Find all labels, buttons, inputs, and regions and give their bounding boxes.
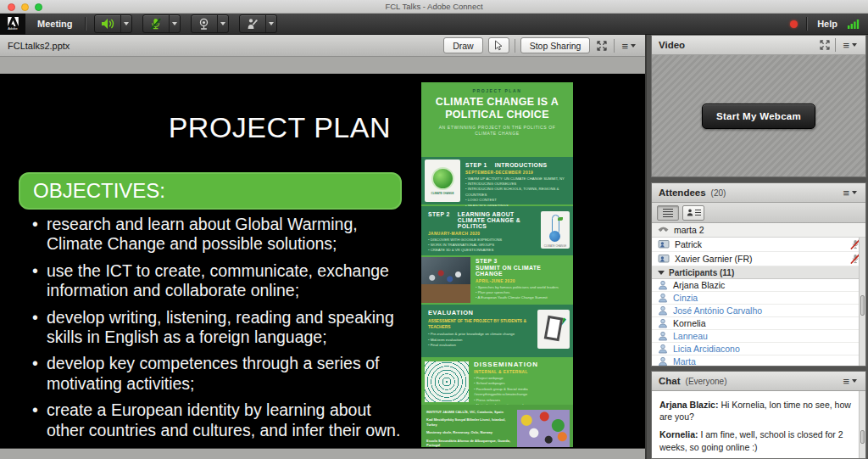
step1-label: STEP 1: [465, 162, 487, 168]
chevron-down-icon: [220, 22, 225, 25]
raise-hand-icon: [246, 18, 259, 30]
video-pod-body: Start My Webcam: [652, 55, 865, 176]
attendee-row-host[interactable]: Patrick: [652, 238, 865, 252]
chat-scope: (Everyone): [686, 377, 727, 386]
toolbar-divider: [835, 38, 836, 52]
school-entry: INSTITUT JAUME CALLÍS, VIC, Catalonia, S…: [426, 410, 516, 414]
person-icon: [658, 318, 668, 328]
slide-bullet-list: research and learn about Global Warming,…: [31, 215, 412, 447]
phone-icon: [658, 226, 669, 235]
menubar-divider: [806, 17, 807, 31]
fullscreen-icon[interactable]: [820, 40, 830, 50]
draw-button[interactable]: Draw: [443, 37, 483, 53]
chevron-down-icon: [124, 22, 129, 25]
video-pod-menu-button[interactable]: [841, 37, 859, 53]
evaluation-title: EVALUATION: [428, 309, 534, 316]
person-icon: [658, 293, 668, 303]
raise-hand-button[interactable]: [240, 15, 265, 32]
speaker-dropdown[interactable]: [120, 15, 131, 32]
attendees-pod: Attendees (20): [651, 182, 866, 367]
speaker-button-group: [94, 14, 132, 33]
start-webcam-button[interactable]: Start My Webcam: [702, 104, 815, 129]
dissemination-subtitle: INTERNAL & EXTERNAL: [474, 370, 570, 374]
fullscreen-button[interactable]: [595, 41, 609, 51]
meeting-menu[interactable]: Meeting: [25, 19, 85, 29]
attendee-row[interactable]: Licia Arcidiacono: [652, 343, 865, 355]
toolbar-divider: [614, 39, 615, 53]
attendee-row[interactable]: Marta: [652, 355, 865, 366]
status-button-group: [239, 14, 277, 33]
chat-message: Kornelia: I am fine, well, school is clo…: [659, 428, 852, 452]
attendees-pod-header: Attendees (20): [652, 183, 865, 203]
microphone-button-group: [142, 14, 181, 33]
video-pod: Video Start My Webcam: [651, 35, 866, 177]
chat-pod-menu-button[interactable]: [841, 373, 859, 389]
attendee-row-host[interactable]: Xavier Garnier (FR): [652, 252, 865, 266]
attendee-name: Licia Arcidiacono: [673, 344, 740, 354]
help-menu[interactable]: Help: [815, 19, 839, 29]
attendee-row[interactable]: Arjana Blazic: [652, 279, 865, 292]
collapse-triangle-icon: [658, 271, 665, 275]
pointer-tool-button[interactable]: [488, 37, 509, 53]
video-pod-title: Video: [659, 40, 685, 50]
attendee-name: marta 2: [674, 225, 704, 235]
attendees-scrollbar[interactable]: [859, 238, 865, 366]
attendee-row-phone[interactable]: marta 2: [652, 223, 865, 238]
app-menubar: Adobe Meeting: [0, 14, 868, 35]
speaker-icon: [101, 18, 114, 30]
chat-pod-title: Chat: [659, 376, 681, 386]
attendees-count: (20): [711, 188, 726, 198]
chevron-down-icon: [852, 379, 857, 383]
minimize-window-button[interactable]: [21, 3, 29, 11]
attendee-row[interactable]: Kornelia: [652, 317, 865, 330]
microphone-dropdown[interactable]: [169, 15, 180, 32]
menubar-divider: [85, 17, 86, 31]
attendee-status-view-button[interactable]: [682, 205, 704, 221]
attendees-pod-menu-button[interactable]: [841, 185, 859, 200]
webcam-button[interactable]: [192, 15, 217, 32]
status-dropdown[interactable]: [265, 15, 276, 32]
attendee-name: Cinzia: [673, 293, 698, 303]
slide-bullet: create a European identity by learning a…: [31, 400, 412, 440]
chat-scrollbar[interactable]: [859, 391, 865, 458]
scrollbar-thumb[interactable]: [860, 430, 865, 444]
speaker-button[interactable]: [95, 15, 120, 32]
zoom-window-button[interactable]: [35, 3, 42, 11]
attendee-row[interactable]: Cinzia: [652, 292, 865, 305]
close-window-button[interactable]: [8, 3, 15, 11]
attendee-list-view-button[interactable]: [657, 205, 679, 221]
person-icon: [658, 344, 668, 354]
scrollbar-thumb[interactable]: [860, 295, 865, 316]
step2-label: STEP 2: [428, 211, 450, 229]
microphones-photo: [421, 257, 470, 303]
right-panel: Video Start My Webcam: [651, 35, 866, 459]
person-icon: [687, 209, 693, 216]
chevron-down-icon: [269, 22, 274, 25]
share-pod-menu-button[interactable]: [620, 38, 637, 53]
infographic-title: CLIMATE CHANGE IS A POLITICAL CHOICE: [421, 93, 573, 121]
window-titlebar: FCL Talks - Adobe Connect: [0, 0, 868, 14]
video-pod-header: Video: [652, 36, 865, 55]
dissemination-title: DISSEMINATION: [474, 361, 570, 368]
attendees-view-toolbar: [652, 203, 865, 223]
school-entry: Escola Secundária Afonso de Albuquerque,…: [426, 439, 516, 447]
attendee-row[interactable]: Lanneau: [652, 330, 865, 343]
step1-dates: SEPTEMBER-DECEMBER 2019: [465, 171, 570, 175]
europe-map-image: [517, 410, 570, 447]
evaluation-subtitle: ASSESSMENT OF THE PROJECT BY STUDENTS & …: [428, 318, 534, 330]
step2-heading: LEARNING ABOUT CLIMATE CHANGE & POLITICS: [458, 211, 536, 229]
participants-section-header[interactable]: Participants (11): [652, 266, 865, 279]
webcam-dropdown[interactable]: [217, 15, 228, 32]
pod-menu-icon: [843, 373, 849, 389]
pointer-tool-icon: [493, 40, 504, 51]
webcam-icon: [198, 18, 210, 30]
globe-recycle-icon: [431, 167, 454, 190]
stop-sharing-button[interactable]: Stop Sharing: [520, 37, 591, 53]
infographic-subtitle: AN ETWINNING PROJECT ON THE POLITICS OF …: [421, 121, 573, 137]
attendee-row[interactable]: José António Carvalho: [652, 305, 865, 317]
list-view-icon: [695, 210, 701, 216]
microphone-button[interactable]: [143, 15, 169, 32]
adobe-logo-icon: [8, 17, 19, 26]
step3-label: STEP 3: [476, 258, 570, 264]
slide-bullet: develop key competences through a series…: [31, 354, 412, 394]
